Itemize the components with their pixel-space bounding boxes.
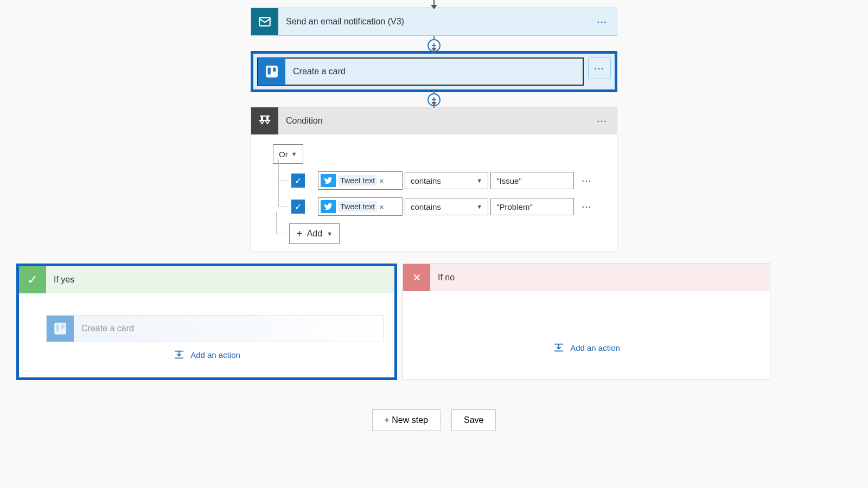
drop-target-card[interactable]: Create a card (46, 315, 384, 342)
action-trello-menu[interactable]: ··· (588, 57, 611, 79)
condition-operator-label: contains (411, 202, 441, 211)
chevron-down-icon: ▼ (327, 230, 333, 237)
condition-add-button[interactable]: + Add ▼ (289, 223, 340, 244)
svg-rect-7 (56, 324, 59, 331)
branch-yes-header[interactable]: ✓ If yes (19, 266, 394, 293)
branch-no-title: If no (430, 273, 455, 282)
condition-body: Or ▼ ✓ Tweet text × contains (251, 134, 617, 252)
tree-connector (275, 171, 291, 190)
remove-token-icon[interactable]: × (379, 176, 384, 185)
twitter-icon (321, 174, 336, 187)
condition-value-input[interactable]: "Problem" (490, 198, 574, 215)
condition-value-text: "Issue" (496, 176, 522, 185)
arrow-in-top (251, 0, 617, 8)
branch-no-header[interactable]: ✕ If no (403, 264, 770, 291)
branch-yes-body: Create a card Add an action (19, 293, 394, 370)
branch-yes-title: If yes (46, 275, 74, 285)
chevron-down-icon: ▼ (476, 177, 482, 184)
footer: + New step Save (0, 409, 868, 431)
check-icon: ✓ (19, 266, 46, 293)
trello-icon (47, 316, 74, 342)
condition-branches: ✓ If yes Create a card Add an action (0, 264, 787, 380)
action-email-title: Send an email notification (V3) (278, 17, 592, 27)
condition-logic-label: Or (279, 150, 288, 159)
svg-rect-6 (54, 323, 66, 335)
condition-row-checkbox[interactable]: ✓ (291, 200, 305, 214)
action-trello-title: Create a card (285, 67, 583, 76)
add-action-no[interactable]: Add an action (553, 343, 620, 352)
svg-marker-1 (431, 5, 437, 9)
condition-operator-select[interactable]: contains ▼ (405, 198, 488, 215)
add-action-icon (173, 350, 185, 359)
action-email-card[interactable]: Send an email notification (V3) ··· (251, 8, 617, 36)
tree-connector (275, 197, 291, 216)
condition-row-menu[interactable]: ··· (578, 202, 595, 211)
condition-card: Condition ··· Or ▼ ✓ Tweet text × (251, 107, 617, 252)
condition-row-checkbox[interactable]: ✓ (291, 174, 305, 188)
twitter-icon (321, 200, 336, 213)
condition-row: ✓ Tweet text × contains ▼ "Issue" (275, 171, 595, 190)
condition-header[interactable]: Condition ··· (251, 107, 617, 134)
condition-add-label: Add (307, 229, 322, 239)
branch-no: ✕ If no Add an action (403, 264, 770, 380)
condition-field-token[interactable]: Tweet text × (318, 197, 403, 216)
condition-value-input[interactable]: "Issue" (490, 172, 574, 189)
condition-icon (251, 107, 278, 134)
condition-field-label: Tweet text (338, 201, 377, 212)
condition-row-menu[interactable]: ··· (578, 176, 595, 185)
flow-column: Send an email notification (V3) ··· + Cr… (251, 0, 617, 252)
add-action-icon (553, 343, 565, 352)
svg-rect-4 (267, 67, 270, 74)
svg-rect-3 (266, 66, 278, 78)
drop-target-title: Create a card (74, 324, 134, 333)
condition-add-row: + Add ▼ (273, 223, 595, 244)
condition-title: Condition (278, 116, 592, 126)
condition-row: ✓ Tweet text × contains ▼ "Problem" (275, 197, 595, 216)
connector-2: + (251, 90, 617, 108)
action-trello-selected[interactable]: Create a card ··· (251, 51, 617, 92)
trello-icon (258, 58, 285, 85)
condition-operator-select[interactable]: contains ▼ (405, 172, 488, 189)
condition-value-text: "Problem" (496, 202, 533, 211)
condition-operator-label: contains (411, 176, 441, 185)
tree-connector (273, 224, 289, 243)
branch-yes: ✓ If yes Create a card Add an action (16, 264, 397, 380)
save-button[interactable]: Save (451, 409, 496, 431)
email-icon (251, 8, 278, 35)
svg-rect-8 (61, 324, 64, 329)
chevron-down-icon: ▼ (476, 203, 482, 210)
svg-rect-5 (273, 67, 276, 72)
connector-1: + (251, 36, 617, 54)
condition-field-token[interactable]: Tweet text × (318, 171, 403, 190)
add-action-label: Add an action (570, 343, 620, 352)
chevron-down-icon: ▼ (291, 151, 297, 157)
plus-icon: + (296, 228, 303, 240)
remove-token-icon[interactable]: × (379, 202, 384, 211)
condition-field-label: Tweet text (338, 175, 377, 186)
add-action-label: Add an action (190, 350, 240, 359)
condition-rows: ✓ Tweet text × contains ▼ "Issue" (275, 171, 595, 216)
condition-menu[interactable]: ··· (592, 113, 612, 129)
close-icon: ✕ (403, 264, 430, 291)
new-step-button[interactable]: + New step (372, 409, 441, 431)
action-email-menu[interactable]: ··· (592, 14, 612, 30)
condition-logic-select[interactable]: Or ▼ (273, 144, 303, 164)
add-action-yes[interactable]: Add an action (173, 350, 240, 359)
branch-no-body: Add an action (403, 291, 770, 363)
